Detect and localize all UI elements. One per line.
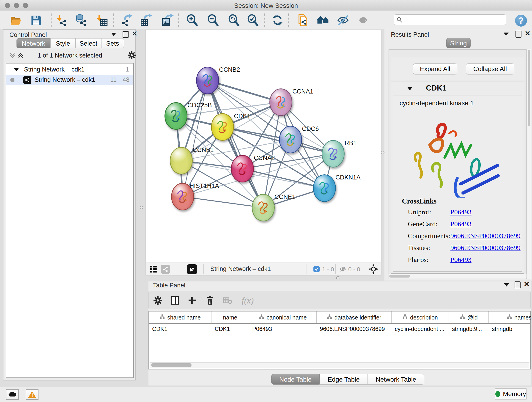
results-vertical-scrollbar[interactable] [527,49,531,279]
column-header-name[interactable]: name [211,312,249,323]
hide-selected-icon[interactable] [336,13,350,27]
fit-crosshair-icon[interactable] [368,264,379,275]
table-cell[interactable]: 9606.ENSP00000378699 [317,323,392,334]
first-neighbors-icon[interactable] [316,13,330,27]
right-splitter-handle[interactable] [381,151,385,154]
table-cell[interactable]: stringdb [489,323,532,334]
node-CDK1[interactable] [211,113,234,141]
table-cell[interactable]: stringdb:9... [449,323,489,334]
tab-network-table[interactable]: Network Table [368,374,424,385]
delete-column-icon[interactable] [204,294,216,306]
crosslink-link[interactable]: 9606.ENSP00000378699 [450,244,520,252]
search-input[interactable] [403,16,500,24]
birdseye-grid-icon[interactable] [150,265,158,274]
export-table-icon[interactable] [139,13,153,27]
import-network-icon[interactable] [55,13,69,27]
node-CCNE1[interactable] [252,194,275,221]
panel-menu-icon[interactable] [504,283,509,287]
network-share-icon[interactable] [161,265,170,274]
panel-menu-icon[interactable] [111,33,116,36]
open-in-window-icon[interactable] [187,264,197,274]
collapse-all-networks-icon[interactable] [8,51,16,60]
table-horizontal-scrollbar[interactable] [150,362,529,368]
export-image-icon[interactable] [161,13,175,27]
bottom-splitter-handle[interactable] [336,276,340,279]
zoom-in-icon[interactable] [185,13,199,27]
network-row-selected[interactable]: String Network – cdk1 11 48 [6,75,133,85]
column-header-shared-name[interactable]: shared name [149,312,211,323]
create-column-icon[interactable] [186,294,198,306]
column-header-canonical-name[interactable]: canonical name [249,312,317,323]
gene-collapse-icon[interactable] [407,87,413,90]
delete-table-icon[interactable] [222,294,234,306]
crosslink-link[interactable]: P06493 [450,220,472,228]
table-cell[interactable]: P06493 [249,323,317,334]
network-collection-row[interactable]: String Network – cdk1 1 [6,64,133,75]
panel-close-icon[interactable]: ✕ [525,31,530,36]
tab-select[interactable]: Select [76,38,101,48]
crosslink-link[interactable]: P06493 [450,208,472,216]
node-CDKN1A[interactable] [313,174,336,202]
column-header-label: description [410,314,438,321]
cloud-status-icon[interactable] [6,389,19,400]
expand-all-networks-icon[interactable] [17,51,25,60]
zoom-fit-icon[interactable] [227,13,241,27]
column-header--id[interactable]: @id [449,312,489,323]
refresh-icon[interactable] [271,13,284,27]
warning-status-icon[interactable] [26,389,38,400]
column-header-description[interactable]: description [392,312,449,323]
open-session-icon[interactable] [9,13,22,27]
crosslink-link[interactable]: 9606.ENSP00000378699 [450,232,520,240]
network-options-gear-icon[interactable] [127,51,136,61]
save-session-icon[interactable] [29,13,43,27]
node-CCNB1[interactable] [170,147,193,174]
network-canvas[interactable]: CCNB2CCNA1CDC25BCDK1CDC6RB1CCNB1CCNA2CDK… [146,30,381,262]
tab-edge-table[interactable]: Edge Table [320,374,368,385]
panel-float-icon[interactable] [515,31,521,38]
tab-network[interactable]: Network [17,38,51,48]
tab-string[interactable]: String [446,38,471,48]
node-RB1[interactable] [322,140,345,167]
hidden-count-eye-icon[interactable] [339,265,347,274]
function-builder-icon[interactable]: f(x) [239,294,257,306]
left-splitter-handle[interactable] [140,206,143,209]
help-icon[interactable]: ? [515,15,527,27]
node-CCNA2[interactable] [231,155,254,182]
import-table-icon[interactable] [95,13,109,27]
collapse-all-button[interactable]: Collapse All [466,64,514,75]
tab-node-table[interactable]: Node Table [271,374,320,385]
panel-float-icon[interactable] [515,281,520,288]
collection-collapse-icon[interactable] [13,68,19,71]
table-row[interactable]: CDK1CDK1P064939606.ENSP00000378699cyclin… [149,323,530,334]
table-options-gear-icon[interactable] [152,294,164,306]
zoom-selected-icon[interactable] [246,13,260,27]
panel-close-icon[interactable]: ✕ [524,281,530,287]
column-type-icon [259,314,264,321]
zoom-out-icon[interactable] [206,13,220,27]
show-all-icon[interactable] [356,13,370,27]
memory-button[interactable]: Memory [495,389,526,400]
panel-close-icon[interactable]: ✕ [132,31,138,36]
table-cell[interactable]: CDK1 [149,323,211,334]
node-CDC6[interactable] [279,126,302,153]
column-header-database-identifier[interactable]: database identifier [317,312,392,323]
panel-float-icon[interactable] [123,31,128,38]
node-CDC25B[interactable] [165,102,187,130]
expand-all-button[interactable]: Expand All [413,64,457,75]
export-network-icon[interactable] [120,13,134,27]
column-header-namespace[interactable]: namespace [489,312,532,323]
tab-style[interactable]: Style [51,38,76,48]
results-horizontal-scrollbar[interactable] [389,274,526,278]
node-CCNA1[interactable] [269,89,292,116]
show-columns-icon[interactable] [169,294,181,306]
crosslink-link[interactable]: P06493 [450,256,472,264]
node-CCNB2[interactable] [196,67,219,94]
panel-menu-icon[interactable] [504,32,509,36]
tab-sets[interactable]: Sets [101,38,124,48]
selected-count-checkbox-icon[interactable] [313,266,320,272]
import-network-from-database-icon[interactable] [74,13,88,27]
table-cell[interactable]: cyclin-dependent ... [392,323,449,334]
table-cell[interactable]: CDK1 [211,323,249,334]
clone-network-icon[interactable] [296,13,310,27]
window-title: Session: New Session [0,2,532,9]
